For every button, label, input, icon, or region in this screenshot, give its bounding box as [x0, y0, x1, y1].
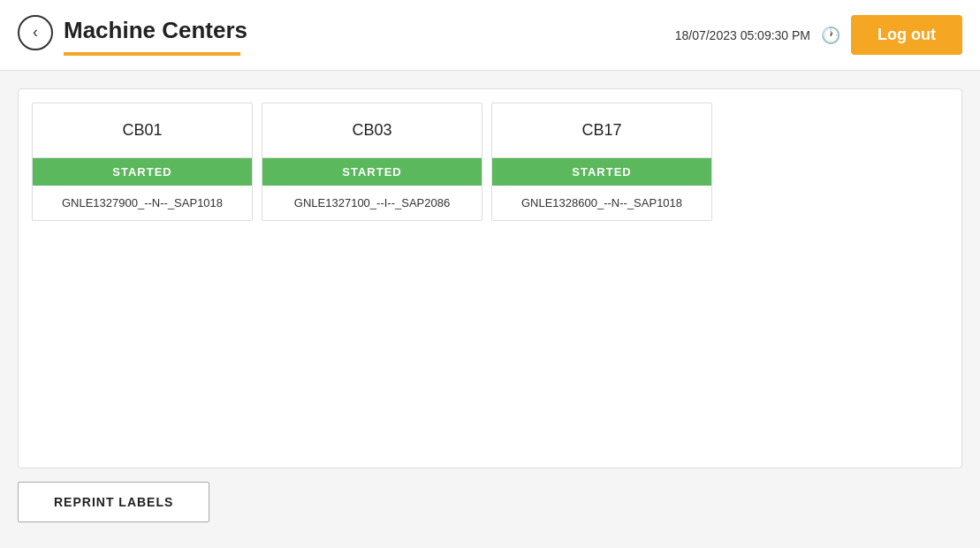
machine-name: CB03: [262, 103, 482, 158]
machine-name: CB17: [492, 103, 711, 158]
title-underline: [64, 52, 240, 56]
bottom-actions: REPRINT LABELS: [18, 482, 962, 522]
header: ‹ Machine Centers 18/07/2023 05:09:30 PM…: [0, 0, 980, 71]
machine-grid: CB01STARTEDGNLE1327900_--N--_SAP1018CB03…: [18, 88, 962, 468]
machine-status-badge: STARTED: [492, 158, 711, 186]
machine-card[interactable]: CB01STARTEDGNLE1327900_--N--_SAP1018: [32, 103, 253, 221]
machine-card[interactable]: CB17STARTEDGNLE1328600_--N--_SAP1018: [491, 103, 712, 221]
machine-order: GNLE1327100_--I--_SAP2086: [262, 186, 482, 220]
machine-order: GNLE1327900_--N--_SAP1018: [33, 186, 252, 220]
machine-name: CB01: [33, 103, 252, 158]
main-content: CB01STARTEDGNLE1327900_--N--_SAP1018CB03…: [0, 71, 980, 548]
back-button[interactable]: ‹: [18, 15, 53, 50]
page-title: Machine Centers: [64, 17, 247, 44]
header-title-row: ‹ Machine Centers: [18, 15, 247, 50]
header-right: 18/07/2023 05:09:30 PM 🕐 Log out: [675, 15, 962, 55]
machine-status-badge: STARTED: [262, 158, 482, 186]
machine-card[interactable]: CB03STARTEDGNLE1327100_--I--_SAP2086: [262, 103, 482, 221]
header-left: ‹ Machine Centers: [18, 15, 247, 56]
machine-status-badge: STARTED: [33, 158, 252, 186]
datetime-display: 18/07/2023 05:09:30 PM: [675, 28, 810, 42]
logout-button[interactable]: Log out: [851, 15, 962, 55]
machine-order: GNLE1328600_--N--_SAP1018: [492, 186, 711, 220]
clock-icon: 🕐: [821, 26, 840, 45]
reprint-labels-button[interactable]: REPRINT LABELS: [18, 482, 209, 522]
